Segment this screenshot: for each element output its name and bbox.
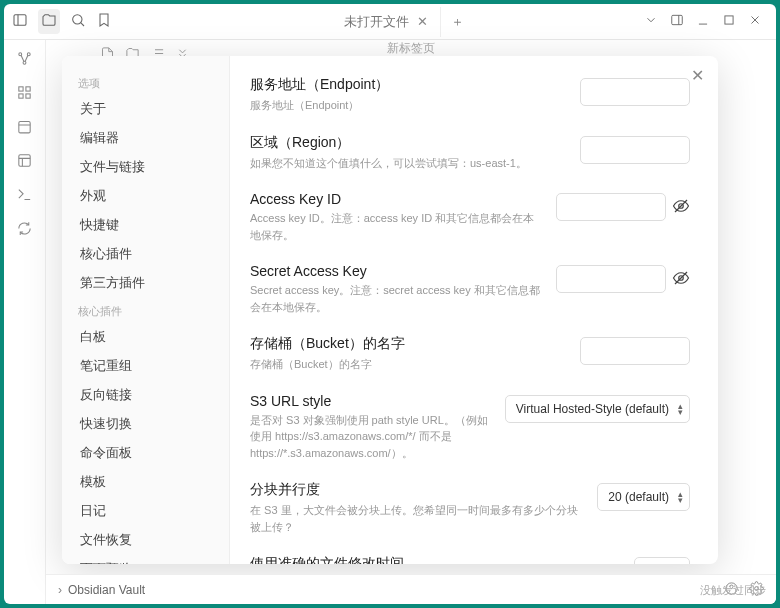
sidebar-toggle-icon[interactable] (12, 12, 28, 31)
empty-tab-label: 新标签页 (387, 40, 435, 57)
urlstyle-dropdown[interactable]: Virtual Hosted-Style (default)▴▾ (505, 395, 690, 423)
setting-title: Secret Access Key (250, 263, 542, 279)
daily-note-icon[interactable] (16, 118, 33, 138)
sidebar-item[interactable]: 页面预览 (70, 555, 221, 564)
maximize-icon[interactable] (722, 13, 736, 30)
chevron-right-icon[interactable]: › (58, 583, 62, 597)
close-icon[interactable]: ✕ (691, 66, 704, 85)
canvas-icon[interactable] (16, 84, 33, 104)
left-rail (4, 40, 46, 604)
setting-row-region: 区域（Region）如果您不知道这个值填什么，可以尝试填写：us-east-1。 (250, 124, 690, 182)
settings-sidebar: 选项关于编辑器文件与链接外观快捷键核心插件第三方插件核心插件白板笔记重组反向链接… (62, 56, 230, 564)
setting-row-sak: Secret Access KeySecret access key。注意：se… (250, 253, 690, 325)
sync-icon[interactable] (16, 220, 33, 240)
endpoint-input[interactable] (580, 78, 690, 106)
chevron-down-icon[interactable] (644, 13, 658, 30)
sidebar-group-label: 核心插件 (70, 298, 221, 323)
svg-rect-0 (14, 15, 26, 26)
settings-modal: 选项关于编辑器文件与链接外观快捷键核心插件第三方插件核心插件白板笔记重组反向链接… (62, 56, 718, 564)
svg-rect-7 (725, 16, 733, 24)
sidebar-item[interactable]: 快速切换 (70, 410, 221, 438)
sidebar-item[interactable]: 核心插件 (70, 240, 221, 268)
minimize-icon[interactable] (696, 13, 710, 30)
setting-description: Secret access key。注意：secret access key 和… (250, 282, 542, 315)
setting-description: 是否对 S3 对象强制使用 path style URL。（例如使用 https… (250, 412, 491, 462)
sidebar-item[interactable]: 模板 (70, 468, 221, 496)
eye-off-icon[interactable] (672, 197, 690, 218)
eye-off-icon[interactable] (672, 269, 690, 290)
window-close-icon[interactable] (748, 13, 762, 30)
sidebar-item[interactable]: 命令面板 (70, 439, 221, 467)
template-icon[interactable] (16, 152, 33, 172)
setting-row-akid: Access Key IDAccess key ID。注意：access key… (250, 181, 690, 253)
svg-rect-19 (19, 122, 30, 133)
tab-title: 未打开文件 (344, 13, 409, 31)
sidebar-item[interactable]: 快捷键 (70, 211, 221, 239)
region-input[interactable] (580, 136, 690, 164)
titlebar: 未打开文件 ✕ ＋ (4, 4, 776, 40)
close-icon[interactable]: ✕ (417, 14, 428, 29)
statusbar: › Obsidian Vault (46, 574, 776, 604)
editor-tab[interactable]: 未打开文件 ✕ (332, 7, 441, 37)
svg-line-14 (25, 55, 28, 61)
setting-description: Access key ID。注意：access key ID 和其它信息都会在本… (250, 210, 542, 243)
setting-description: 服务地址（Endpoint） (250, 97, 566, 114)
sidebar-item[interactable]: 关于 (70, 95, 221, 123)
sidebar-item[interactable]: 编辑器 (70, 124, 221, 152)
graph-icon[interactable] (16, 50, 33, 70)
setting-title: 服务地址（Endpoint） (250, 76, 566, 94)
setting-row-endpoint: 服务地址（Endpoint）服务地址（Endpoint） (250, 66, 690, 124)
chevron-updown-icon: ▴▾ (678, 491, 683, 503)
setting-title: 使用准确的文件修改时间 (250, 555, 620, 564)
svg-rect-21 (19, 155, 30, 166)
sidebar-group-label: 选项 (70, 70, 221, 95)
akid-input[interactable] (556, 193, 666, 221)
svg-line-3 (81, 23, 84, 26)
svg-rect-18 (26, 94, 30, 98)
svg-line-13 (21, 55, 24, 61)
svg-point-2 (73, 15, 82, 24)
bookmark-icon[interactable] (96, 12, 112, 31)
setting-row-mtime: 使用准确的文件修改时间读取（已上传的）准确的文件修改时间，有助于同步算法更加准确… (250, 545, 690, 564)
command-icon[interactable] (16, 186, 33, 206)
sidebar-item[interactable]: 外观 (70, 182, 221, 210)
setting-title: 区域（Region） (250, 134, 566, 152)
sync-status: 没触发过同步 (700, 583, 766, 598)
files-icon[interactable] (38, 9, 60, 34)
sidebar-right-icon[interactable] (670, 13, 684, 30)
sidebar-item[interactable]: 文件与链接 (70, 153, 221, 181)
svg-rect-16 (26, 87, 30, 91)
svg-rect-15 (19, 87, 23, 91)
chevron-updown-icon: ▴▾ (678, 403, 683, 415)
svg-point-12 (23, 61, 26, 64)
sidebar-item[interactable]: 笔记重组 (70, 352, 221, 380)
search-icon[interactable] (70, 12, 86, 31)
setting-description: 如果您不知道这个值填什么，可以尝试填写：us-east-1。 (250, 155, 566, 172)
setting-row-bucket: 存储桶（Bucket）的名字存储桶（Bucket）的名字 (250, 325, 690, 383)
setting-description: 在 S3 里，大文件会被分块上传。您希望同一时间最多有多少个分块被上传？ (250, 502, 583, 535)
bucket-input[interactable] (580, 337, 690, 365)
sidebar-item[interactable]: 第三方插件 (70, 269, 221, 297)
setting-row-urlstyle: S3 URL style是否对 S3 对象强制使用 path style URL… (250, 383, 690, 472)
setting-description: 存储桶（Bucket）的名字 (250, 356, 566, 373)
sidebar-item[interactable]: 反向链接 (70, 381, 221, 409)
new-tab-button[interactable]: ＋ (441, 13, 474, 31)
setting-title: S3 URL style (250, 393, 491, 409)
parts-dropdown[interactable]: 20 (default)▴▾ (597, 483, 690, 511)
settings-panel: 服务地址（Endpoint）服务地址（Endpoint）区域（Region）如果… (230, 56, 718, 564)
setting-title: 存储桶（Bucket）的名字 (250, 335, 566, 353)
sidebar-item[interactable]: 文件恢复 (70, 526, 221, 554)
setting-title: 分块并行度 (250, 481, 583, 499)
sidebar-item[interactable]: 白板 (70, 323, 221, 351)
sidebar-item[interactable]: 日记 (70, 497, 221, 525)
mtime-dropdown[interactable]: 关闭▴▾ (634, 557, 690, 564)
vault-name[interactable]: Obsidian Vault (68, 583, 145, 597)
setting-title: Access Key ID (250, 191, 542, 207)
svg-rect-17 (19, 94, 23, 98)
sak-input[interactable] (556, 265, 666, 293)
setting-row-parts: 分块并行度在 S3 里，大文件会被分块上传。您希望同一时间最多有多少个分块被上传… (250, 471, 690, 545)
svg-rect-4 (672, 15, 683, 24)
